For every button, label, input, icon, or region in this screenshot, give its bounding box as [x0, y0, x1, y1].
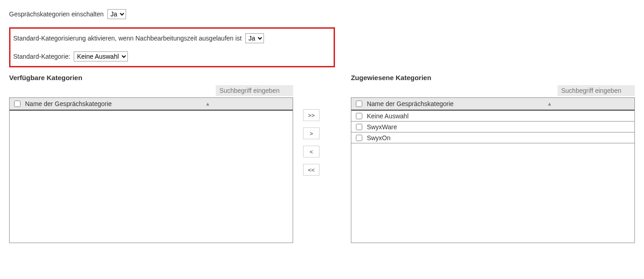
row-label: SwyxOn	[367, 134, 390, 142]
available-title: Verfügbare Kategorien	[9, 74, 293, 81]
row-label: Keine Auswahl	[367, 112, 409, 120]
row-checkbox[interactable]	[356, 113, 362, 119]
available-search-input[interactable]	[216, 85, 293, 96]
available-search-row	[9, 85, 293, 96]
std-category-row: Standard-Kategorie: Keine Auswahl	[13, 51, 331, 61]
available-table-body	[10, 111, 293, 243]
assigned-panel: Zugewiesene Kategorien Name der Gespräch…	[351, 74, 635, 243]
sort-asc-icon[interactable]: ▲	[205, 101, 210, 107]
move-left-button[interactable]: <	[303, 146, 319, 157]
table-row[interactable]: Keine Auswahl	[351, 111, 634, 122]
available-table: Name der Gesprächskategorie ▲	[9, 97, 293, 243]
row-label: SwyxWare	[367, 123, 397, 131]
sort-asc-icon[interactable]: ▲	[547, 101, 552, 107]
available-table-header[interactable]: Name der Gesprächskategorie ▲	[10, 98, 293, 111]
assigned-table-body: Keine AuswahlSwyxWareSwyxOn	[351, 111, 634, 243]
std-category-label: Standard-Kategorie:	[13, 53, 70, 60]
enable-categories-row: Gesprächskategorien einschalten Ja	[9, 9, 635, 19]
table-row[interactable]: SwyxOn	[351, 132, 634, 143]
assigned-title: Zugewiesene Kategorien	[351, 74, 635, 81]
auto-categorize-label: Standard-Kategorisierung aktivieren, wen…	[13, 35, 242, 42]
assigned-table-header[interactable]: Name der Gesprächskategorie ▲	[351, 98, 634, 111]
available-panel: Verfügbare Kategorien Name der Gesprächs…	[9, 74, 293, 243]
assigned-column-header: Name der Gesprächskategorie	[367, 100, 454, 107]
table-row[interactable]: SwyxWare	[351, 122, 634, 132]
row-checkbox[interactable]	[356, 124, 362, 130]
assigned-search-row	[351, 85, 635, 96]
enable-categories-select[interactable]: Ja	[107, 9, 126, 19]
assigned-search-input[interactable]	[558, 85, 635, 96]
auto-categorize-select[interactable]: Ja	[245, 33, 264, 43]
move-right-button[interactable]: >	[303, 127, 319, 139]
transfer-buttons: >> > < <<	[303, 109, 319, 176]
std-category-select[interactable]: Keine Auswahl	[74, 51, 128, 61]
highlight-box: Standard-Kategorisierung aktivieren, wen…	[9, 27, 335, 67]
available-select-all-checkbox[interactable]	[14, 101, 20, 107]
auto-categorize-row: Standard-Kategorisierung aktivieren, wen…	[13, 33, 331, 43]
move-all-right-button[interactable]: >>	[303, 109, 319, 121]
assigned-table: Name der Gesprächskategorie ▲ Keine Ausw…	[351, 97, 635, 243]
enable-categories-label: Gesprächskategorien einschalten	[9, 10, 104, 18]
row-checkbox[interactable]	[356, 135, 362, 141]
available-column-header: Name der Gesprächskategorie	[25, 100, 112, 107]
move-all-left-button[interactable]: <<	[303, 164, 319, 176]
assigned-select-all-checkbox[interactable]	[356, 101, 362, 107]
dual-list-area: Verfügbare Kategorien Name der Gesprächs…	[9, 74, 635, 243]
